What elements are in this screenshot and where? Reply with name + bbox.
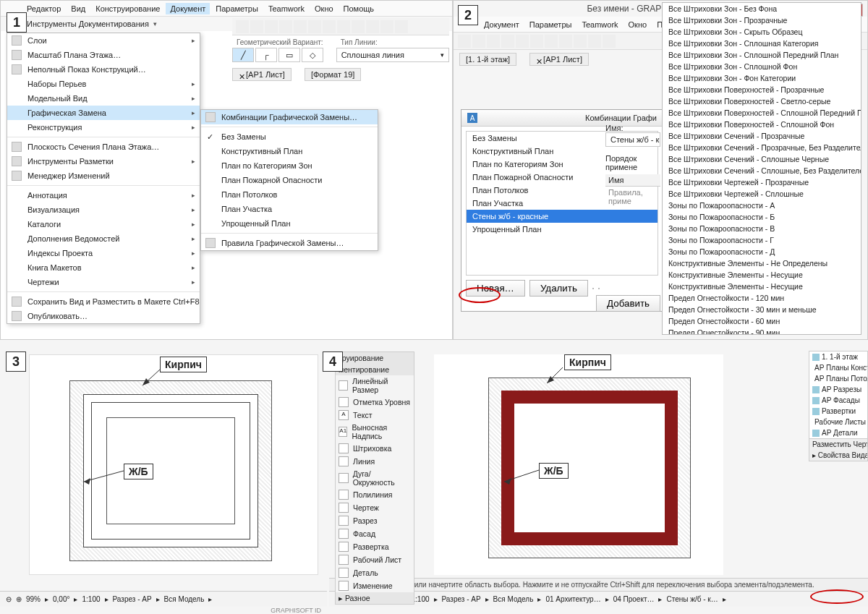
tool-icon[interactable] bbox=[574, 35, 587, 48]
menu-item[interactable]: Дополнения Ведомостей▸ bbox=[7, 231, 200, 246]
menu-item[interactable]: Слои▸ bbox=[7, 33, 200, 48]
zoom-value[interactable]: 99% bbox=[26, 595, 41, 603]
model-value-2[interactable]: Вся Модель bbox=[493, 595, 534, 603]
rotation-value[interactable]: 0,00° bbox=[53, 595, 69, 603]
rule-list-item[interactable]: Конструктивные Элементы - Несущие bbox=[663, 281, 861, 292]
rule-list-item[interactable]: Конструктивные Элементы - Несущие bbox=[663, 269, 861, 281]
menu-item[interactable]: Модельный Вид▸ bbox=[7, 91, 200, 106]
rule-list-item[interactable]: Все Штриховки Зон - Сплошной Передний Пл… bbox=[663, 49, 861, 61]
geovar-option-line[interactable]: ╱ bbox=[232, 48, 254, 62]
import-icon[interactable] bbox=[592, 288, 594, 289]
geovar-option-rect[interactable]: ▭ bbox=[278, 48, 300, 62]
palette-tool[interactable]: Рабочий Лист bbox=[336, 553, 414, 566]
nav-item[interactable]: АР Планы Потол bbox=[809, 373, 867, 384]
tool-icon[interactable] bbox=[294, 20, 307, 33]
rule-list-item[interactable]: Все Штриховки Сечений - Прозрачные, Без … bbox=[663, 142, 861, 153]
name-field[interactable]: Стены ж/б - красн bbox=[605, 132, 660, 147]
rule-list-item[interactable]: Предел Огнестойкости - 90 мин bbox=[663, 327, 861, 335]
menu-item[interactable]: Графическая Замена▸ bbox=[7, 106, 200, 120]
tool-icon[interactable] bbox=[352, 20, 365, 33]
palette-tool[interactable]: Чертеж bbox=[336, 501, 414, 514]
menu-item[interactable]: Наборы Перьев▸ bbox=[7, 77, 200, 91]
rule-list-item[interactable]: Все Штриховки Зон - Без Фона bbox=[663, 3, 861, 14]
tool-icon[interactable] bbox=[588, 35, 601, 48]
submenu-item[interactable]: Правила Графической Замены… bbox=[201, 236, 378, 250]
tool-icon[interactable] bbox=[279, 20, 292, 33]
place-drawing-button[interactable]: Разместить Чертеж bbox=[809, 438, 867, 450]
tab-floor1[interactable]: [1. 1-й этаж] bbox=[459, 53, 516, 66]
linetype-dropdown[interactable]: Сплошная линия▾ bbox=[336, 48, 449, 62]
nav-item[interactable]: 1. 1-й этаж bbox=[809, 351, 867, 362]
view-props-button[interactable]: ▸ Свойства Вида bbox=[809, 450, 867, 461]
submenu-item[interactable]: План по Категориям Зон bbox=[201, 158, 378, 173]
menu2-options[interactable]: Параметры bbox=[525, 19, 576, 30]
rule-list-item[interactable]: Предел Огнестойкости - 120 мин bbox=[663, 292, 861, 304]
rule-list-item[interactable]: Все Штриховки Сечений - Сплошные, Без Ра… bbox=[663, 165, 861, 176]
submenu-item[interactable]: Конструктивный План bbox=[201, 144, 378, 158]
menu-options[interactable]: Параметры bbox=[211, 3, 263, 14]
tool-icon[interactable] bbox=[337, 20, 350, 33]
tool-icon[interactable] bbox=[603, 35, 616, 48]
rule-list-item[interactable]: Зоны по Пожароопасности - Б bbox=[663, 211, 861, 223]
tool-icon[interactable] bbox=[545, 35, 558, 48]
menu-item[interactable]: Сохранить Вид и Разместить в Макете Ctrl… bbox=[7, 294, 200, 309]
scale-value[interactable]: 1:100 bbox=[82, 595, 100, 603]
export-icon[interactable] bbox=[598, 288, 600, 289]
nav-item[interactable]: АР Планы Констр bbox=[809, 362, 867, 373]
rule-list-item[interactable]: Все Штриховки Зон - Прозрачные bbox=[663, 14, 861, 26]
rule-list-item[interactable]: Все Штриховки Чертежей - Прозрачные bbox=[663, 176, 861, 188]
nav-item[interactable]: АР Детали bbox=[809, 427, 867, 438]
zoom-out-icon[interactable]: ⊖ bbox=[6, 595, 12, 603]
submenu-item[interactable]: План Пожарной Опасности bbox=[201, 173, 378, 187]
submenu-item[interactable]: План Потолков bbox=[201, 187, 378, 202]
menu-item[interactable]: Менеджер Изменений bbox=[7, 169, 200, 183]
rule-list-item[interactable]: Все Штриховки Поверхностей - Светло-серы… bbox=[663, 95, 861, 107]
palette-tool[interactable]: Штриховка bbox=[336, 442, 414, 455]
palette-tool[interactable]: A1Выносная Надпись bbox=[336, 422, 414, 442]
tool-icon[interactable] bbox=[395, 20, 408, 33]
rule-list-item[interactable]: Все Штриховки Поверхностей - Сплошной Пе… bbox=[663, 107, 861, 119]
rule-list-item[interactable]: Все Штриховки Зон - Скрыть Образец bbox=[663, 26, 861, 38]
add-button[interactable]: Добавить bbox=[596, 295, 660, 312]
palette-tool[interactable]: Линия bbox=[336, 455, 414, 468]
palette-tool[interactable]: Изменение bbox=[336, 579, 414, 592]
palette-tool[interactable]: Разрез bbox=[336, 514, 414, 527]
palette-tool[interactable]: Развертка bbox=[336, 540, 414, 553]
doc-tools-header[interactable]: Инструменты Документирования bbox=[27, 20, 149, 28]
menu-item[interactable]: Опубликовать… bbox=[7, 309, 200, 323]
model-value[interactable]: Вся Модель bbox=[164, 595, 205, 603]
palette-tool[interactable]: AТекст bbox=[336, 409, 414, 422]
menu2-window[interactable]: Окно bbox=[624, 19, 652, 30]
submenu-item[interactable]: Упрощенный План bbox=[201, 216, 378, 231]
tool-icon[interactable] bbox=[236, 20, 249, 33]
menu-design[interactable]: Конструирование bbox=[91, 3, 164, 14]
palette-tool[interactable]: Дуга/Окружность bbox=[336, 468, 414, 488]
tool-icon[interactable] bbox=[487, 35, 500, 48]
palette-group[interactable]: труирование bbox=[336, 352, 414, 364]
rule-list-item[interactable]: Все Штриховки Чертежей - Сплошные bbox=[663, 188, 861, 200]
menu-item[interactable]: Чертежи▸ bbox=[7, 275, 200, 289]
tool-icon[interactable] bbox=[265, 20, 278, 33]
nav-item[interactable]: АР Разрезы bbox=[809, 384, 867, 395]
rules-dropdown[interactable]: Все Штриховки Зон - Без ФонаВсе Штриховк… bbox=[662, 2, 861, 335]
menu-help[interactable]: Помощь bbox=[339, 3, 379, 14]
tab-ap1-2[interactable]: ✕[АР1 Лист] bbox=[529, 53, 589, 66]
rule-list-item[interactable]: Зоны по Пожароопасности - В bbox=[663, 223, 861, 234]
nav-item[interactable]: АР Фасады bbox=[809, 395, 867, 406]
tool-icon[interactable] bbox=[380, 20, 393, 33]
palette-tool[interactable]: Фасад bbox=[336, 527, 414, 540]
tab-ap1[interactable]: ✕[АР1 Лист] bbox=[232, 68, 292, 81]
rule-list-item[interactable]: Конструктивные Элементы - Не Определены bbox=[663, 257, 861, 269]
delete-button[interactable]: Удалить bbox=[529, 280, 588, 297]
rule-list-item[interactable]: Предел Огнестойкости - 60 мин bbox=[663, 315, 861, 327]
tool-icon[interactable] bbox=[501, 35, 514, 48]
tool-icon[interactable] bbox=[530, 35, 543, 48]
palette-tool[interactable]: Полилиния bbox=[336, 488, 414, 501]
menu-item[interactable]: Неполный Показ Конструкций… bbox=[7, 62, 200, 77]
rule-list-item[interactable]: Предел Огнестойкости - 30 мин и меньше bbox=[663, 304, 861, 315]
proj-value[interactable]: 04 Проект… bbox=[613, 595, 655, 603]
rule-list-item[interactable]: Зоны по Пожароопасности - А bbox=[663, 200, 861, 211]
menu-item[interactable]: Индексы Проекта▸ bbox=[7, 246, 200, 260]
chevron-down-icon[interactable]: ▾ bbox=[153, 20, 157, 27]
rule-list-item[interactable]: Все Штриховки Зон - Сплошная Категория bbox=[663, 38, 861, 49]
